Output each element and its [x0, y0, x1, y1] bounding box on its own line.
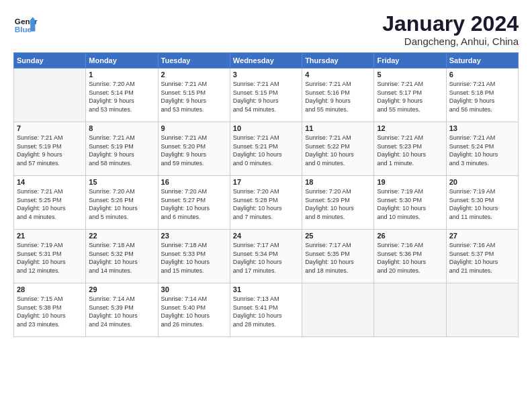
day-number: 10	[233, 124, 299, 132]
weekday-header-tuesday: Tuesday	[158, 53, 230, 68]
calendar-table: SundayMondayTuesdayWednesdayThursdayFrid…	[13, 52, 519, 337]
page-header: General Blue January 2024 Dangcheng, Anh…	[13, 12, 519, 47]
title-block: January 2024 Dangcheng, Anhui, China	[382, 12, 519, 47]
cell-content: Sunrise: 7:17 AMSunset: 5:35 PMDaylight:…	[305, 241, 371, 275]
calendar-cell: 30Sunrise: 7:14 AMSunset: 5:40 PMDayligh…	[158, 283, 230, 337]
calendar-cell: 5Sunrise: 7:21 AMSunset: 5:17 PMDaylight…	[374, 68, 446, 122]
day-number: 1	[89, 71, 154, 79]
weekday-header-thursday: Thursday	[302, 53, 374, 68]
calendar-cell	[14, 68, 86, 122]
day-number: 23	[161, 232, 227, 240]
calendar-cell: 1Sunrise: 7:20 AMSunset: 5:14 PMDaylight…	[86, 68, 158, 122]
cell-content: Sunrise: 7:14 AMSunset: 5:39 PMDaylight:…	[89, 295, 154, 328]
calendar-cell: 31Sunrise: 7:13 AMSunset: 5:41 PMDayligh…	[230, 283, 302, 337]
cell-content: Sunrise: 7:21 AMSunset: 5:21 PMDaylight:…	[233, 134, 299, 167]
day-number: 11	[305, 124, 371, 132]
day-number: 4	[305, 71, 371, 79]
day-number: 7	[17, 124, 83, 132]
day-number: 24	[233, 232, 299, 240]
cell-content: Sunrise: 7:18 AMSunset: 5:32 PMDaylight:…	[89, 241, 154, 275]
day-number: 25	[305, 232, 371, 240]
calendar-week-1: 1Sunrise: 7:20 AMSunset: 5:14 PMDaylight…	[14, 68, 519, 122]
day-number: 8	[89, 124, 154, 132]
calendar-cell: 6Sunrise: 7:21 AMSunset: 5:18 PMDaylight…	[446, 68, 518, 122]
logo-icon: General Blue	[13, 12, 38, 36]
cell-content: Sunrise: 7:16 AMSunset: 5:36 PMDaylight:…	[377, 241, 443, 275]
day-number: 20	[449, 178, 515, 186]
day-number: 19	[377, 178, 443, 186]
calendar-cell: 8Sunrise: 7:21 AMSunset: 5:19 PMDaylight…	[86, 122, 158, 176]
calendar-cell: 14Sunrise: 7:21 AMSunset: 5:25 PMDayligh…	[14, 176, 86, 230]
calendar-cell: 13Sunrise: 7:21 AMSunset: 5:24 PMDayligh…	[446, 122, 518, 176]
calendar-cell: 25Sunrise: 7:17 AMSunset: 5:35 PMDayligh…	[302, 230, 374, 283]
day-number: 14	[17, 178, 83, 186]
cell-content: Sunrise: 7:19 AMSunset: 5:30 PMDaylight:…	[377, 187, 443, 221]
day-number: 22	[89, 232, 154, 240]
calendar-cell: 21Sunrise: 7:19 AMSunset: 5:31 PMDayligh…	[14, 230, 86, 283]
month-title: January 2024	[382, 12, 519, 36]
day-number: 2	[161, 71, 227, 79]
calendar-week-5: 28Sunrise: 7:15 AMSunset: 5:38 PMDayligh…	[14, 283, 519, 337]
calendar-cell: 4Sunrise: 7:21 AMSunset: 5:16 PMDaylight…	[302, 68, 374, 122]
calendar-cell: 27Sunrise: 7:16 AMSunset: 5:37 PMDayligh…	[446, 230, 518, 283]
cell-content: Sunrise: 7:20 AMSunset: 5:29 PMDaylight:…	[305, 187, 371, 221]
day-number: 13	[449, 124, 515, 132]
calendar-cell: 10Sunrise: 7:21 AMSunset: 5:21 PMDayligh…	[230, 122, 302, 176]
calendar-cell	[302, 283, 374, 337]
weekday-header-sunday: Sunday	[14, 53, 86, 68]
day-number: 18	[305, 178, 371, 186]
calendar-cell: 23Sunrise: 7:18 AMSunset: 5:33 PMDayligh…	[158, 230, 230, 283]
calendar-cell	[374, 283, 446, 337]
cell-content: Sunrise: 7:21 AMSunset: 5:19 PMDaylight:…	[89, 134, 154, 167]
cell-content: Sunrise: 7:15 AMSunset: 5:38 PMDaylight:…	[17, 295, 83, 328]
cell-content: Sunrise: 7:20 AMSunset: 5:28 PMDaylight:…	[233, 187, 299, 221]
cell-content: Sunrise: 7:21 AMSunset: 5:16 PMDaylight:…	[305, 80, 371, 113]
day-number: 17	[233, 178, 299, 186]
day-number: 3	[233, 71, 299, 79]
cell-content: Sunrise: 7:21 AMSunset: 5:15 PMDaylight:…	[233, 80, 299, 113]
cell-content: Sunrise: 7:20 AMSunset: 5:26 PMDaylight:…	[89, 187, 154, 221]
calendar-cell: 18Sunrise: 7:20 AMSunset: 5:29 PMDayligh…	[302, 176, 374, 230]
cell-content: Sunrise: 7:21 AMSunset: 5:15 PMDaylight:…	[161, 80, 227, 113]
cell-content: Sunrise: 7:18 AMSunset: 5:33 PMDaylight:…	[161, 241, 227, 275]
calendar-week-2: 7Sunrise: 7:21 AMSunset: 5:19 PMDaylight…	[14, 122, 519, 176]
calendar-cell: 15Sunrise: 7:20 AMSunset: 5:26 PMDayligh…	[86, 176, 158, 230]
cell-content: Sunrise: 7:16 AMSunset: 5:37 PMDaylight:…	[449, 241, 515, 275]
cell-content: Sunrise: 7:19 AMSunset: 5:30 PMDaylight:…	[449, 187, 515, 221]
logo: General Blue	[13, 12, 40, 36]
calendar-cell: 12Sunrise: 7:21 AMSunset: 5:23 PMDayligh…	[374, 122, 446, 176]
calendar-cell: 3Sunrise: 7:21 AMSunset: 5:15 PMDaylight…	[230, 68, 302, 122]
day-number: 28	[17, 285, 83, 293]
day-number: 31	[233, 285, 299, 293]
cell-content: Sunrise: 7:21 AMSunset: 5:18 PMDaylight:…	[449, 80, 515, 113]
cell-content: Sunrise: 7:21 AMSunset: 5:25 PMDaylight:…	[17, 187, 83, 221]
calendar-cell: 29Sunrise: 7:14 AMSunset: 5:39 PMDayligh…	[86, 283, 158, 337]
cell-content: Sunrise: 7:14 AMSunset: 5:40 PMDaylight:…	[161, 295, 227, 328]
day-number: 9	[161, 124, 227, 132]
cell-content: Sunrise: 7:21 AMSunset: 5:24 PMDaylight:…	[449, 134, 515, 167]
cell-content: Sunrise: 7:19 AMSunset: 5:31 PMDaylight:…	[17, 241, 83, 275]
calendar-cell: 2Sunrise: 7:21 AMSunset: 5:15 PMDaylight…	[158, 68, 230, 122]
cell-content: Sunrise: 7:21 AMSunset: 5:20 PMDaylight:…	[161, 134, 227, 167]
day-number: 15	[89, 178, 154, 186]
calendar-cell: 28Sunrise: 7:15 AMSunset: 5:38 PMDayligh…	[14, 283, 86, 337]
cell-content: Sunrise: 7:21 AMSunset: 5:22 PMDaylight:…	[305, 134, 371, 167]
day-number: 6	[449, 71, 515, 79]
day-number: 29	[89, 285, 154, 293]
calendar-cell: 24Sunrise: 7:17 AMSunset: 5:34 PMDayligh…	[230, 230, 302, 283]
day-number: 5	[377, 71, 443, 79]
calendar-cell: 11Sunrise: 7:21 AMSunset: 5:22 PMDayligh…	[302, 122, 374, 176]
calendar-cell: 17Sunrise: 7:20 AMSunset: 5:28 PMDayligh…	[230, 176, 302, 230]
calendar-cell: 9Sunrise: 7:21 AMSunset: 5:20 PMDaylight…	[158, 122, 230, 176]
svg-text:Blue: Blue	[15, 25, 32, 34]
day-number: 21	[17, 232, 83, 240]
calendar-cell: 22Sunrise: 7:18 AMSunset: 5:32 PMDayligh…	[86, 230, 158, 283]
day-number: 30	[161, 285, 227, 293]
cell-content: Sunrise: 7:20 AMSunset: 5:14 PMDaylight:…	[89, 80, 154, 113]
location-subtitle: Dangcheng, Anhui, China	[382, 36, 519, 47]
cell-content: Sunrise: 7:21 AMSunset: 5:23 PMDaylight:…	[377, 134, 443, 167]
calendar-cell: 26Sunrise: 7:16 AMSunset: 5:36 PMDayligh…	[374, 230, 446, 283]
weekday-header-saturday: Saturday	[446, 53, 518, 68]
day-number: 12	[377, 124, 443, 132]
day-number: 26	[377, 232, 443, 240]
